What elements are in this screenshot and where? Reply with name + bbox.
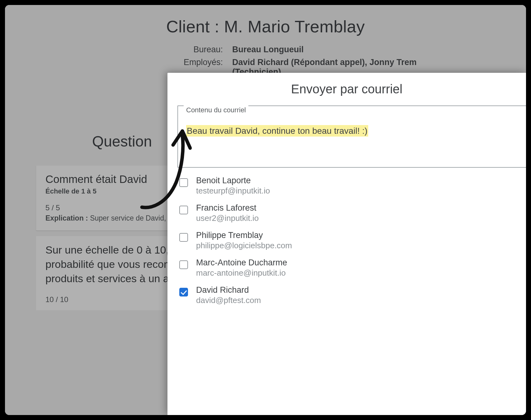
recipient-info: Benoit Laportetesteurpf@inputkit.io: [196, 176, 270, 196]
recipient-row[interactable]: Benoit Laportetesteurpf@inputkit.io: [179, 176, 526, 196]
recipient-checkbox[interactable]: [179, 260, 188, 269]
email-content-label: Contenu du courriel: [184, 102, 248, 114]
recipient-name: Benoit Laporte: [196, 176, 270, 185]
recipient-email: david@pftest.com: [196, 296, 261, 305]
email-content-box[interactable]: Contenu du courriel Beau travail David, …: [177, 105, 526, 168]
recipient-checkbox[interactable]: [179, 178, 188, 187]
meta-bureau-value: Bureau Longueuil: [232, 45, 526, 54]
recipient-checkbox[interactable]: [179, 233, 188, 242]
recipient-name: Francis Laforest: [196, 203, 259, 213]
recipient-email: testeurpf@inputkit.io: [196, 186, 270, 196]
recipient-info: Philippe Tremblayphilippe@logicielsbpe.c…: [196, 231, 292, 250]
recipient-info: Marc-Antoine Ducharmemarc-antoine@inputk…: [196, 258, 287, 278]
recipient-row[interactable]: Francis Laforestuser2@inputkit.io: [179, 203, 526, 223]
email-content-text[interactable]: Beau travail David, continue ton beau tr…: [186, 125, 368, 137]
recipient-name: Marc-Antoine Ducharme: [196, 258, 287, 268]
client-meta: Bureau: Bureau Longueuil Employés: David…: [5, 45, 526, 77]
recipient-name: Philippe Tremblay: [196, 231, 292, 240]
meta-bureau-label: Bureau:: [5, 45, 223, 54]
recipient-info: David Richarddavid@pftest.com: [196, 285, 261, 305]
recipient-email: marc-antoine@inputkit.io: [196, 268, 287, 278]
recipient-checkbox[interactable]: [179, 206, 188, 214]
meta-employes-line1: David Richard (Répondant appel), Jonny T…: [232, 58, 417, 67]
send-email-modal: Envoyer par courriel Contenu du courriel…: [167, 73, 526, 415]
page-title: Client : M. Mario Tremblay: [5, 17, 526, 36]
modal-title: Envoyer par courriel: [167, 82, 526, 96]
recipient-row[interactable]: Marc-Antoine Ducharmemarc-antoine@inputk…: [179, 258, 526, 278]
recipient-email: philippe@logicielsbpe.com: [196, 241, 292, 250]
recipient-row[interactable]: David Richarddavid@pftest.com: [179, 285, 526, 305]
recipient-info: Francis Laforestuser2@inputkit.io: [196, 203, 259, 223]
recipient-list: Benoit Laportetesteurpf@inputkit.ioFranc…: [179, 176, 526, 305]
recipient-name: David Richard: [196, 285, 261, 295]
recipient-row[interactable]: Philippe Tremblayphilippe@logicielsbpe.c…: [179, 231, 526, 250]
q1-explication-prefix: Explication :: [45, 214, 90, 222]
recipient-checkbox[interactable]: [179, 288, 188, 296]
recipient-email: user2@inputkit.io: [196, 213, 259, 223]
app-frame: Client : M. Mario Tremblay Bureau: Burea…: [5, 5, 526, 415]
